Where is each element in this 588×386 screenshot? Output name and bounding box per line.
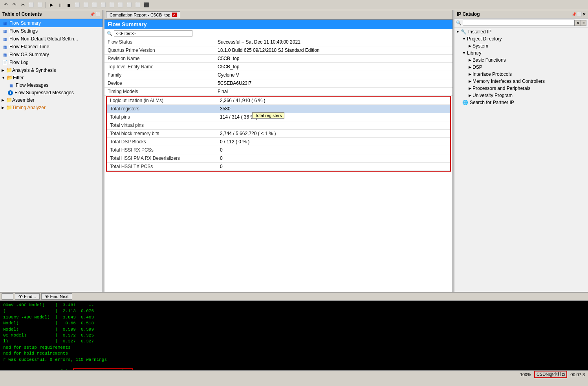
find-next-icon: 👁	[45, 294, 49, 299]
table-icon-flow-settings: ▦	[2, 28, 8, 34]
toc-group-analysis[interactable]: ▶ 📁 Analysis & Synthesis	[0, 66, 103, 74]
toc-float-icon[interactable]: ⬜	[95, 12, 100, 16]
report-tab-label: Compilation Report - C5CB_top	[110, 13, 170, 17]
ip-search-input[interactable]	[463, 20, 575, 26]
report-tab-close[interactable]: ✕	[172, 13, 177, 17]
table-row: Device 5CSEBA6U23I7	[104, 79, 452, 88]
toolbar-btn-3[interactable]: ✂	[19, 1, 27, 9]
toc-item-flow-messages[interactable]: ▦ Flow Messages	[0, 81, 103, 89]
ip-tree-partner[interactable]: 🌐 Search for Partner IP	[454, 99, 588, 106]
find-button[interactable]: 👁 Find...	[15, 293, 40, 300]
report-tab[interactable]: Compilation Report - C5CB_top ✕	[106, 11, 180, 18]
toolbar-btn-run[interactable]: ▶	[48, 1, 55, 9]
toc-group-timing[interactable]: ▶ 📁 Timing Analyzer	[0, 104, 103, 111]
toc-item-flow-os[interactable]: ▦ Flow OS Summary	[0, 51, 103, 59]
toolbar-btn-11[interactable]: ⬜	[117, 1, 125, 9]
ip-tree-system[interactable]: ▶ System	[454, 42, 588, 49]
folder-icon-timing: 📁	[6, 104, 12, 110]
ip-catalog-header: IP Catalog 📌 ⬜ ✕	[454, 10, 588, 18]
table-row: Top-level Entity Name C5CB_top	[104, 63, 452, 71]
table-row: Family Cyclone V	[104, 71, 452, 79]
toolbar-btn-13[interactable]: ⬜	[134, 1, 142, 9]
ip-tree-memory[interactable]: ▶ Memory Interfaces and Controllers	[454, 78, 588, 85]
arrow-icon-interface: ▶	[469, 72, 471, 76]
row-value: Final	[214, 88, 452, 96]
ip-label-library: Library	[467, 50, 482, 56]
find-icon: 👁	[18, 294, 23, 299]
toolbar-btn-2[interactable]: ↷	[10, 1, 18, 9]
toolbar-btn-pause[interactable]: ⏸	[56, 1, 64, 9]
toc-group-fitter[interactable]: ▼ 📂 Fitter	[0, 74, 103, 81]
report-tab-bar: Compilation Report - C5CB_top ✕	[104, 10, 452, 20]
toolbar-btn-7[interactable]: ⬜	[82, 1, 90, 9]
toolbar-btn-9[interactable]: ⬜	[99, 1, 107, 9]
ip-tree-basic-functions[interactable]: ▶ Basic Functions	[454, 57, 588, 64]
report-panel: Compilation Report - C5CB_top ✕ Flow Sum…	[104, 10, 453, 292]
toolbar-btn-6[interactable]: ⬜	[73, 1, 81, 9]
toc-group-assembler[interactable]: ▶ 📁 Assembler	[0, 96, 103, 104]
table-icon-flow-summary: ▦	[2, 20, 8, 26]
ip-label-interface: Interface Protocols	[473, 71, 512, 77]
toolbar-btn-8[interactable]: ⬜	[91, 1, 99, 9]
toc-label-flow-summary: Flow Summary	[9, 20, 41, 26]
console-content: 00mV -40C Model) | 3.481 -- ) | 2.113 0.…	[0, 301, 588, 370]
row-key: Logic utilization (in ALMs)	[107, 97, 217, 105]
ip-search-clear-btn[interactable]: ✕	[575, 20, 581, 26]
filter-input[interactable]	[114, 30, 192, 37]
toolbar-btn-14[interactable]: ⬛	[143, 1, 150, 9]
find-next-button[interactable]: 👁 Find Next	[41, 293, 72, 300]
row-key: Family	[104, 71, 214, 79]
toolbar-btn-4[interactable]: ⬜	[27, 1, 35, 9]
table-row-block-memory: Total block memory bits 3,744 / 5,662,72…	[107, 130, 450, 138]
toc-label-flow-os: Flow OS Summary	[9, 52, 49, 57]
ip-label-basic-functions: Basic Functions	[473, 57, 506, 63]
console-line: 1100mV -40C Model) | 3.843 0.463	[3, 315, 585, 320]
info-icon-flow-suppressed: i	[8, 90, 13, 95]
row-key: Total virtual pins	[107, 121, 217, 130]
ip-label-university: University Program	[473, 93, 513, 98]
ip-close-icon[interactable]: ✕	[583, 12, 586, 16]
table-row: Quartus Prime Version 18.1.0 Build 625 0…	[104, 46, 452, 55]
toolbar-btn-12[interactable]: ⬜	[125, 1, 133, 9]
row-value: C5CB_top	[214, 63, 452, 71]
toc-item-flow-nondefault[interactable]: ▦ Flow Non-Default Global Settin...	[0, 35, 103, 43]
console-line: Model) | 0.599 0.599	[3, 327, 585, 333]
ip-tree-interface[interactable]: ▶ Interface Protocols	[454, 71, 588, 78]
toc-item-flow-log[interactable]: 📄 Flow Log	[0, 59, 103, 66]
console-scroll-indicator	[2, 293, 13, 300]
toc-item-flow-summary[interactable]: ▦ Flow Summary	[0, 19, 103, 27]
ip-tree-installed[interactable]: ▼ 🔧 Installed IP	[454, 28, 588, 35]
tooltip-total-registers: Total registers	[252, 112, 284, 119]
ip-tree-processors[interactable]: ▶ Processors and Peripherals	[454, 85, 588, 92]
toc-label-flow-messages: Flow Messages	[16, 82, 48, 88]
ip-label-processors: Processors and Peripherals	[473, 86, 530, 91]
toc-header: Table of Contents 📌 ⬜	[0, 10, 103, 18]
table-row-dsp: Total DSP Blocks 0 / 112 ( 0 % )	[107, 138, 450, 146]
toc-label-flow-settings: Flow Settings	[9, 28, 38, 34]
toolbar-btn-stop[interactable]: ⏹	[65, 1, 73, 9]
console-toolbar: 👁 Find... 👁 Find Next	[0, 293, 588, 301]
ip-tree-project-dir[interactable]: ▼ Project Directory	[454, 35, 588, 42]
toc-item-flow-settings[interactable]: ▦ Flow Settings	[0, 27, 103, 35]
ip-tree-university[interactable]: ▶ University Program	[454, 92, 588, 99]
toolbar-btn-1[interactable]: ↶	[2, 1, 9, 9]
toc-label-timing: Timing Analyzer	[12, 105, 46, 110]
ip-label-system: System	[473, 43, 488, 49]
toc-pin-icon[interactable]: 📌	[90, 12, 95, 16]
status-bar-right: 100% CSDN@小杜zi 00:07:3	[520, 371, 585, 378]
toolbar-btn-10[interactable]: ⬜	[108, 1, 116, 9]
ip-tree-library[interactable]: ▼ Library	[454, 49, 588, 57]
ip-search-menu-btn[interactable]: ≡	[581, 20, 586, 26]
ip-search-bar: 🔍 ✕ ≡	[454, 18, 588, 27]
toc-label-analysis: Analysis & Synthesis	[12, 68, 56, 73]
toc-item-flow-elapsed[interactable]: ▦ Flow Elapsed Time	[0, 43, 103, 51]
ip-float-icon[interactable]: ⬜	[577, 12, 582, 16]
toc-item-flow-suppressed[interactable]: i Flow Suppressed Messages	[0, 89, 103, 96]
console-line: Model) | 0.66 0.518	[3, 320, 585, 326]
toolbar-btn-5[interactable]: ⬜	[36, 1, 44, 9]
ip-pin-icon[interactable]: 📌	[572, 12, 576, 16]
console-line: ) | 2.113 0.076	[3, 308, 585, 314]
ip-tree-dsp[interactable]: ▶ DSP	[454, 64, 588, 71]
row-value	[217, 121, 450, 130]
console-line-highlight: on was successful. 0 errors, 446 warning…	[3, 363, 585, 370]
